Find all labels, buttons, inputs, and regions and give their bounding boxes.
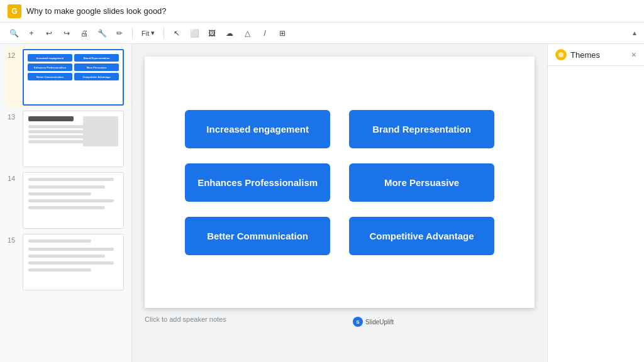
slide-btn-enhances-professionalism[interactable]: Enhances Professionalism bbox=[185, 163, 330, 202]
thumb-btn-2: Brand Representation bbox=[74, 54, 119, 62]
thumb-line bbox=[28, 248, 114, 251]
svg-point-0 bbox=[558, 52, 564, 57]
slash-tool[interactable]: / bbox=[257, 26, 272, 41]
zoom-tool[interactable]: 🔍 bbox=[6, 26, 21, 41]
undo-btn[interactable]: ↩ bbox=[42, 26, 57, 41]
toolbar: 🔍 + ↩ ↪ 🖨 🔧 ✏ Fit ▾ ↖ ⬜ 🖼 ☁ △ / ⊞ ▲ bbox=[0, 23, 644, 44]
themes-header-left: Themes bbox=[555, 49, 600, 60]
slide-thumb-12[interactable]: 12 Increased engagement Brand Representa… bbox=[5, 47, 126, 108]
slide-thumbnail-14 bbox=[23, 172, 124, 229]
brand-icon-letter: S bbox=[356, 319, 359, 325]
thumb-line bbox=[28, 178, 114, 181]
themes-label: Themes bbox=[570, 50, 600, 60]
thumb-14-lines bbox=[28, 178, 118, 209]
redo-btn[interactable]: ↪ bbox=[59, 26, 74, 41]
thumb-13-box bbox=[83, 116, 118, 146]
drawing-tool[interactable]: ☁ bbox=[222, 26, 237, 41]
line-tool[interactable]: △ bbox=[240, 26, 255, 41]
slide-content-grid: Increased engagement Brand Representatio… bbox=[160, 85, 519, 280]
thumb-btn-6: Competitive Advantage bbox=[74, 73, 119, 80]
slide-thumbnail-15 bbox=[23, 234, 124, 290]
title-bar: G Why to make google slides look good? bbox=[0, 0, 644, 23]
thumb-line bbox=[28, 185, 105, 189]
slide-btn-increased-engagement[interactable]: Increased engagement bbox=[185, 110, 330, 148]
app-icon-letter: G bbox=[11, 7, 17, 16]
cursor-tool[interactable]: ↖ bbox=[169, 26, 184, 41]
separator-2 bbox=[164, 28, 164, 39]
fit-label: Fit bbox=[142, 30, 149, 37]
speaker-notes-text: Click to add speaker notes bbox=[145, 315, 226, 323]
paint-btn[interactable]: ✏ bbox=[112, 26, 127, 41]
slide-thumb-15[interactable]: 15 bbox=[8, 234, 124, 290]
thumb-line bbox=[28, 239, 91, 243]
slide-btn-brand-representation[interactable]: Brand Representation bbox=[349, 110, 494, 148]
thumb-btn-5: Better Communication bbox=[28, 73, 72, 80]
print-btn[interactable]: 🖨 bbox=[77, 26, 92, 41]
thumb-btn-3: Enhances Professionalism bbox=[28, 63, 72, 71]
document-title[interactable]: Why to make google slides look good? bbox=[26, 6, 167, 16]
thumb-line bbox=[28, 135, 91, 138]
slide-number-15: 15 bbox=[8, 236, 18, 244]
fit-caret: ▾ bbox=[151, 29, 155, 37]
toolbar-collapse[interactable]: ▲ bbox=[631, 30, 638, 36]
add-tool[interactable]: + bbox=[24, 26, 39, 41]
slide-panel: 12 Increased engagement Brand Representa… bbox=[0, 44, 132, 362]
separator-1 bbox=[132, 28, 133, 39]
slide-btn-more-persuasive[interactable]: More Persuasive bbox=[349, 163, 494, 202]
content-area: Increased engagement Brand Representatio… bbox=[132, 44, 547, 362]
thumb-13-header bbox=[28, 116, 74, 121]
thumb-15-lines bbox=[28, 239, 118, 272]
thumb-line bbox=[28, 261, 114, 265]
slide-btn-competitive-advantage[interactable]: Competitive Advantage bbox=[349, 217, 494, 255]
slide-btn-better-communication[interactable]: Better Communication bbox=[185, 217, 330, 255]
slide-number-13: 13 bbox=[8, 113, 18, 121]
thumb-btn-4: More Persuasive bbox=[74, 63, 119, 71]
slide-thumb-13[interactable]: 13 bbox=[8, 111, 124, 167]
slide-number-12: 12 bbox=[8, 52, 18, 59]
thumb-line bbox=[28, 255, 105, 258]
thumb-line bbox=[28, 268, 91, 272]
shape-tool[interactable]: ⬜ bbox=[187, 26, 202, 41]
themes-close-btn[interactable]: × bbox=[631, 50, 636, 60]
brand-name: SlideUplift bbox=[365, 319, 394, 326]
slide-thumb-14[interactable]: 14 bbox=[8, 172, 124, 229]
brand-logo-icon: S bbox=[353, 317, 363, 327]
slide-thumbnail-12: Increased engagement Brand Representatio… bbox=[23, 49, 124, 106]
main-area: 12 Increased engagement Brand Representa… bbox=[0, 44, 644, 362]
speaker-notes[interactable]: Click to add speaker notes bbox=[145, 313, 535, 326]
thumb-line bbox=[28, 199, 114, 202]
slide-thumbnail-13 bbox=[23, 111, 124, 167]
image-tool[interactable]: 🖼 bbox=[204, 26, 219, 41]
fit-control[interactable]: Fit ▾ bbox=[138, 28, 158, 38]
app-icon: G bbox=[8, 4, 21, 18]
themes-panel: Themes × bbox=[547, 44, 644, 362]
slide-canvas[interactable]: Increased engagement Brand Representatio… bbox=[145, 57, 535, 308]
slideuplift-brand: S SlideUplift bbox=[353, 317, 394, 327]
thumb-line bbox=[28, 206, 105, 209]
format-btn[interactable]: 🔧 bbox=[94, 26, 109, 41]
thumb-btn-1: Increased engagement bbox=[28, 54, 72, 62]
themes-header: Themes × bbox=[548, 44, 644, 66]
slide-number-14: 14 bbox=[8, 175, 18, 182]
themes-icon bbox=[555, 49, 567, 60]
thumb-line bbox=[28, 192, 91, 195]
table-tool[interactable]: ⊞ bbox=[275, 26, 290, 41]
